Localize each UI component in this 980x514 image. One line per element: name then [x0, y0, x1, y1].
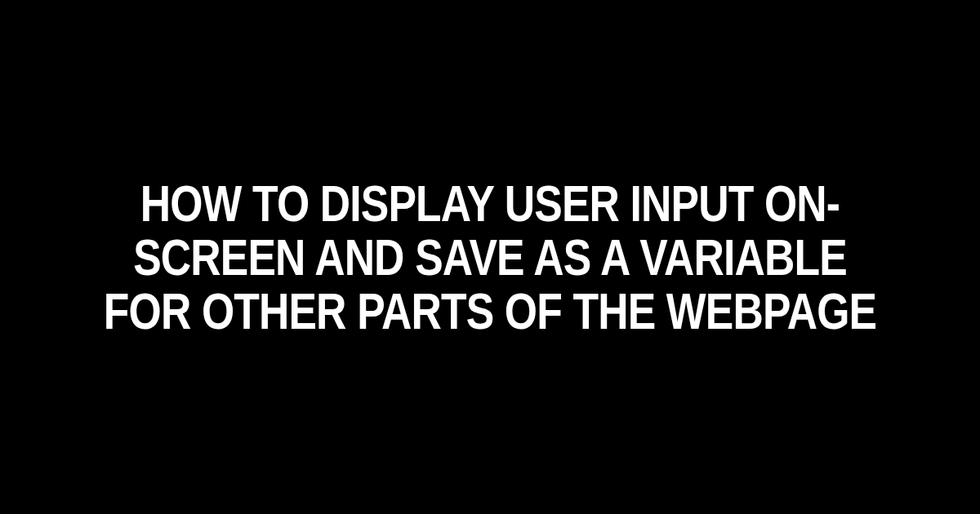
page-title: How to Display User Input On-Screen and …: [88, 176, 892, 338]
